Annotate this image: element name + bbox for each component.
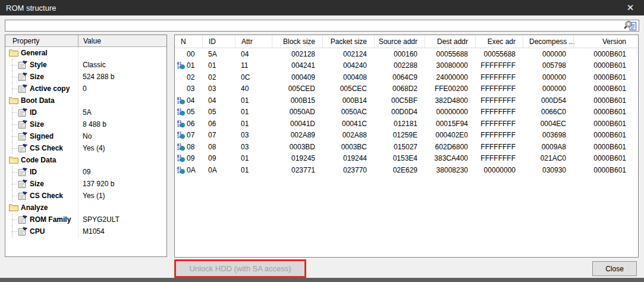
property-value: No [78, 132, 167, 140]
annotation-highlight-box: Unlock HDD (with SA access) [174, 259, 306, 278]
cell-exec_adr: FFFFFFFF [475, 108, 523, 116]
table-row[interactable]: 01 10 03 0340005CED005CEC0068D2FFE00200F… [175, 83, 638, 95]
folder-icon [9, 203, 18, 212]
tree-group-row[interactable]: Analyze [5, 202, 167, 214]
cell-attr: 40 [235, 84, 272, 93]
property-name: ID [30, 108, 37, 117]
tree-item-row[interactable]: Size 8 488 b [5, 118, 167, 130]
column-header-id[interactable]: ID [202, 35, 235, 48]
cell-version: 0000B601 [573, 154, 638, 162]
cell-source_addr: 012181 [374, 120, 425, 128]
column-header-decompress[interactable]: Decompess ... [523, 35, 573, 48]
row-number: 08 [187, 143, 194, 151]
tree-item-row[interactable]: Signed No [5, 130, 167, 142]
cell-n: 01 10 07 [175, 131, 202, 139]
cell-exec_adr: 00055688 [475, 50, 523, 58]
cell-version: 0000B601 [573, 96, 638, 105]
table-row[interactable]: 01 10 09 09010192450192440153E4383CA400F… [175, 153, 638, 165]
property-icon [18, 73, 27, 81]
tree-item-row[interactable]: CS Check Yes (1) [5, 190, 167, 202]
column-header-attr[interactable]: Attr [235, 35, 272, 48]
cell-dest_addr: 38008230 [425, 166, 475, 174]
tree-group-row[interactable]: Code Data [5, 154, 167, 166]
column-header-n[interactable]: N [175, 35, 202, 48]
table-row[interactable]: 01 10 01 011100424100424000228830080000F… [175, 60, 638, 72]
cell-attr: 01 [235, 108, 272, 116]
property-value: 524 288 b [78, 73, 167, 81]
cell-source_addr: 0153E4 [374, 154, 425, 162]
cell-packet_size: 000B14 [322, 96, 374, 105]
cell-attr: 01 [235, 166, 272, 174]
cell-version: 0000B601 [573, 84, 638, 93]
tree-item-row[interactable]: Style Classic [5, 59, 167, 71]
tree-group-row[interactable]: Boot Data [5, 95, 167, 106]
cell-block_size: 002A89 [272, 131, 322, 139]
folder-icon [9, 156, 18, 164]
column-header-block_size[interactable]: Block size [272, 35, 322, 48]
cell-source_addr: 000160 [374, 50, 425, 58]
group-label: Boot Data [21, 96, 55, 105]
property-value: SPYG2ULT [78, 215, 167, 224]
cell-packet_size: 019244 [322, 154, 374, 162]
property-icon [18, 108, 27, 117]
cell-block_size: 000409 [272, 73, 322, 82]
cell-id: 01 [202, 61, 235, 70]
unlock-hdd-button[interactable]: Unlock HDD (with SA access) [176, 261, 304, 276]
column-header-exec_adr[interactable]: Exec adr [475, 35, 523, 48]
property-value: 0 [78, 84, 167, 93]
property-value: 8 488 b [78, 120, 167, 129]
property-icon [18, 180, 27, 188]
cell-attr: 0C [235, 73, 272, 82]
cell-exec_adr: FFFFFFFF [475, 154, 523, 162]
cell-packet_size: 023770 [322, 166, 374, 174]
cell-block_size: 002128 [272, 50, 322, 58]
cell-block_size: 00041D [272, 120, 322, 128]
property-value: Classic [78, 61, 167, 69]
tree-item-row[interactable]: CS Check Yes (4) [5, 142, 167, 154]
preview-search-icon[interactable] [623, 18, 637, 32]
cell-source_addr: 0064C9 [374, 73, 425, 82]
table-row[interactable]: 01 10 06 060100041D00041C01218100015F94F… [175, 118, 638, 130]
tree-item-row[interactable]: ID 09 [5, 166, 167, 178]
cell-n: 01 10 06 [175, 120, 202, 128]
table-row[interactable]: 01 10 0A 0A0102377102377002E629380082300… [175, 164, 638, 176]
address-input[interactable] [5, 20, 639, 32]
rom-block-table: NIDAttrBlock sizePacket sizeSource addrD… [174, 35, 639, 258]
table-row[interactable]: 01 10 08 08030003BD0003BC015027602D6800F… [175, 141, 638, 153]
tree-item-row[interactable]: Size 137 920 b [5, 178, 167, 190]
cell-packet_size: 0003BC [322, 143, 374, 151]
tree-connector [9, 106, 18, 118]
tree-connector [9, 83, 18, 95]
close-icon[interactable]: ✕ [617, 0, 644, 15]
tree-item-row[interactable]: Active copy 0 [5, 83, 167, 95]
cell-packet_size: 004240 [322, 61, 374, 70]
table-row[interactable]: 01 10 05 05010050AD0050AC00D0D400000000F… [175, 106, 638, 118]
cell-id: 05 [202, 108, 235, 116]
tree-item-row[interactable]: ROM Family SPYG2ULT [5, 214, 167, 225]
cell-block_size: 005CED [272, 84, 322, 93]
column-header-source_addr[interactable]: Source addr [374, 35, 425, 48]
table-row[interactable]: 01 10 04 0401000B15000B1400C5BF382D4800F… [175, 95, 638, 106]
column-header-dest_addr[interactable]: Dest addr [425, 35, 475, 48]
binary-gear-icon: 01 10 [177, 166, 186, 174]
table-body: 01 10 00 5A04002128002124000160000556880… [175, 48, 638, 176]
tree-group-row[interactable]: General [5, 47, 167, 59]
cell-version: 0000B601 [573, 61, 638, 70]
tree-item-row[interactable]: Size 524 288 b [5, 71, 167, 83]
cell-version: 0000B601 [573, 131, 638, 139]
property-value: 09 [78, 168, 167, 176]
property-icon [18, 192, 27, 200]
column-header-version[interactable]: Version [573, 35, 638, 48]
tree-item-row[interactable]: ID 5A [5, 106, 167, 118]
property-icon [18, 227, 27, 236]
cell-decompress: 0004EC [523, 120, 573, 128]
table-row[interactable]: 01 10 07 0703002A89002A8801259E000402E0F… [175, 130, 638, 142]
cell-dest_addr: 24000000 [425, 73, 475, 82]
table-row[interactable]: 01 10 00 5A04002128002124000160000556880… [175, 48, 638, 60]
cell-attr: 01 [235, 120, 272, 128]
table-row[interactable]: 01 10 02 020C0004090004080064C924000000F… [175, 71, 638, 83]
row-number: 07 [187, 131, 194, 139]
column-header-packet_size[interactable]: Packet size [322, 35, 374, 48]
close-button[interactable]: Close [592, 261, 637, 276]
tree-item-row[interactable]: CPU M1054 [5, 225, 167, 237]
